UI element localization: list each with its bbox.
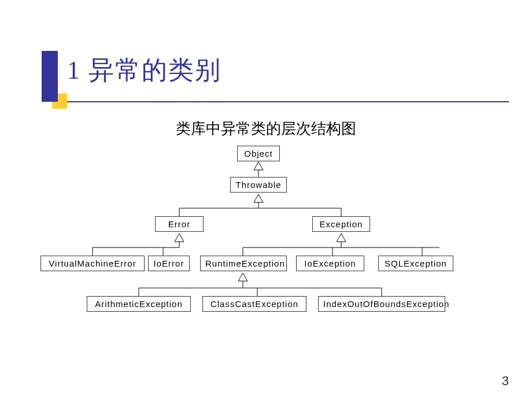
node-ioerror: IoError	[148, 256, 190, 271]
page-title: 1 异常的类别	[67, 53, 221, 87]
node-error: Error	[155, 216, 204, 232]
svg-marker-2	[175, 234, 184, 242]
node-runtimeexception: RuntimeException	[200, 256, 287, 271]
node-throwable: Throwable	[230, 177, 287, 193]
node-classcastexception: ClassCastException	[202, 296, 306, 312]
class-hierarchy-diagram: Object Throwable Error Exception Virtual…	[29, 142, 503, 362]
svg-marker-4	[238, 273, 247, 281]
node-ioexception: IoException	[296, 256, 364, 271]
svg-marker-1	[254, 194, 263, 202]
svg-marker-3	[337, 234, 346, 242]
title-underline	[58, 101, 509, 102]
diagram-connectors	[29, 142, 503, 362]
node-object: Object	[237, 146, 280, 161]
svg-marker-0	[254, 162, 263, 170]
page-number: 3	[502, 374, 509, 389]
subtitle: 类库中异常类的层次结构图	[0, 119, 532, 139]
node-exception: Exception	[312, 216, 370, 232]
node-virtualmachineerror: VirtualMachineError	[40, 256, 145, 271]
node-sqlexception: SQLException	[378, 256, 453, 271]
title-accent-bar	[42, 51, 58, 102]
node-indexoutofboundsexception: IndexOutOfBoundsException	[318, 296, 445, 312]
node-arithmeticexception: ArithmeticException	[87, 296, 191, 312]
